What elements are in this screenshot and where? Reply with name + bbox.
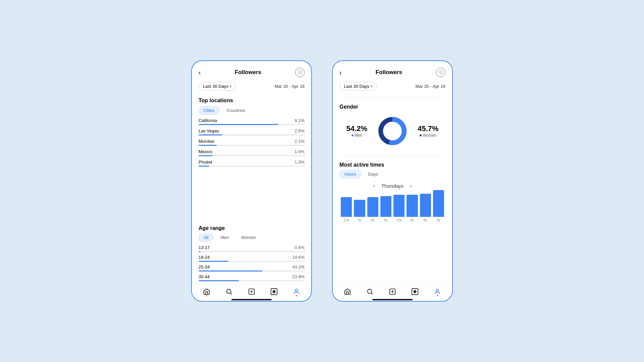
bar-time-label: 6a bbox=[371, 218, 375, 222]
nav-reels[interactable] bbox=[270, 288, 278, 296]
list-item: Mexico 1.6% bbox=[199, 149, 305, 156]
age-range-title: Age range bbox=[199, 225, 305, 233]
bar-fill bbox=[199, 155, 212, 156]
right-date-row: Last 30 Days ▾ Mar 20 - Apr 18 bbox=[333, 80, 452, 95]
search-icon bbox=[366, 288, 374, 296]
reels-icon bbox=[270, 288, 278, 296]
home-indicator bbox=[372, 299, 413, 300]
age-label: 13-17 bbox=[199, 245, 210, 250]
top-locations-title: Top locations bbox=[192, 95, 311, 106]
bar-col: 9p bbox=[433, 190, 444, 222]
nav-home[interactable] bbox=[343, 288, 352, 296]
chart-bar bbox=[341, 197, 352, 217]
chart-bar bbox=[407, 195, 418, 217]
most-active-section: Most active times Hours Days ‹ Thursdays… bbox=[333, 159, 452, 225]
nav-search[interactable] bbox=[366, 288, 374, 296]
nav-reels[interactable] bbox=[411, 288, 419, 296]
bar-col: 12a bbox=[341, 197, 352, 222]
prev-day-button[interactable]: ‹ bbox=[373, 183, 375, 189]
svg-point-0 bbox=[226, 289, 231, 294]
bar-track bbox=[199, 166, 305, 167]
men-label: Men bbox=[346, 133, 367, 138]
right-back-button[interactable]: ‹ bbox=[339, 69, 342, 76]
svg-line-1 bbox=[230, 293, 232, 294]
nav-search[interactable] bbox=[225, 288, 233, 296]
age-label: 35-44 bbox=[199, 274, 210, 279]
bar-track bbox=[199, 270, 305, 272]
tab-hours[interactable]: Hours bbox=[339, 170, 361, 178]
bar-fill bbox=[199, 145, 217, 146]
bar-time-label: 12a bbox=[343, 218, 349, 222]
left-page-title: Followers bbox=[235, 69, 261, 76]
nav-profile[interactable] bbox=[292, 288, 301, 296]
location-pct: 1.6% bbox=[294, 149, 305, 154]
nav-create[interactable] bbox=[388, 288, 396, 296]
bar-fill bbox=[199, 124, 278, 125]
chart-bar bbox=[433, 190, 444, 217]
nav-dot bbox=[437, 295, 438, 296]
home-icon bbox=[203, 288, 211, 296]
right-info-button[interactable]: ⓘ bbox=[436, 68, 445, 77]
bar-time-label: 3p bbox=[410, 218, 414, 222]
tab-women[interactable]: Women bbox=[236, 233, 261, 242]
tab-countries[interactable]: Countries bbox=[222, 106, 251, 115]
right-phone: ‹ Followers ⓘ Last 30 Days ▾ Mar 20 - Ap… bbox=[332, 60, 453, 302]
men-percentage: 54.2% bbox=[346, 124, 367, 133]
bar-track bbox=[199, 134, 305, 135]
tab-men[interactable]: Men bbox=[215, 233, 234, 242]
tab-days[interactable]: Days bbox=[363, 170, 383, 178]
bar-col: 9a bbox=[380, 196, 391, 222]
left-date-row: Last 30 Days ▾ Mar 20 - Apr 18 bbox=[192, 80, 311, 95]
location-name: California bbox=[199, 118, 217, 123]
nav-home[interactable] bbox=[203, 288, 211, 296]
bar-track bbox=[199, 124, 305, 125]
list-item: Phuket 1.3% bbox=[199, 160, 305, 167]
search-icon bbox=[225, 288, 233, 296]
left-date-filter-button[interactable]: Last 30 Days ▾ bbox=[199, 82, 236, 91]
right-date-filter-label: Last 30 Days bbox=[344, 84, 369, 89]
bar-track bbox=[199, 155, 305, 156]
chevron-down-icon: ▾ bbox=[230, 84, 231, 88]
left-back-button[interactable]: ‹ bbox=[199, 69, 201, 76]
bar-time-label: 9a bbox=[384, 218, 388, 222]
list-item: 35-44 23.9% bbox=[199, 274, 305, 281]
chart-bar bbox=[354, 200, 365, 217]
current-day: Thursdays bbox=[381, 183, 403, 189]
left-info-button[interactable]: ⓘ bbox=[295, 68, 305, 77]
tab-cities[interactable]: Cities bbox=[199, 106, 220, 115]
left-header: ‹ Followers ⓘ bbox=[192, 61, 311, 80]
bar-fill bbox=[199, 251, 201, 252]
chart-bar bbox=[367, 197, 378, 217]
left-phone: ‹ Followers ⓘ Last 30 Days ▾ Mar 20 - Ap… bbox=[191, 60, 312, 302]
svg-point-8 bbox=[296, 289, 298, 292]
chart-bar bbox=[380, 196, 391, 217]
gender-title: Gender bbox=[339, 104, 445, 113]
tab-all[interactable]: All bbox=[199, 233, 213, 242]
right-page-title: Followers bbox=[376, 69, 402, 76]
age-section: Age range All Men Women 13-17 0.6% 18-24 bbox=[192, 222, 311, 284]
location-name: Las Vegas bbox=[199, 128, 219, 133]
profile-icon bbox=[292, 288, 301, 296]
location-name: Mexico bbox=[199, 149, 212, 154]
next-day-button[interactable]: › bbox=[410, 183, 412, 189]
age-pct: 0.6% bbox=[294, 245, 305, 250]
home-indicator bbox=[231, 299, 272, 300]
gender-section: Gender 54.2% Men bbox=[333, 101, 452, 153]
location-list: California 9.1% Las Vegas 2.8% Mumbai bbox=[192, 118, 311, 222]
donut-chart bbox=[377, 116, 408, 146]
divider bbox=[339, 156, 445, 156]
bar-time-label: 3a bbox=[358, 218, 361, 222]
location-pct: 9.1% bbox=[294, 118, 305, 123]
left-date-filter-label: Last 30 Days bbox=[203, 84, 228, 89]
list-item: 18-24 14.6% bbox=[199, 255, 305, 262]
right-header: ‹ Followers ⓘ bbox=[333, 61, 452, 80]
men-stat: 54.2% Men bbox=[346, 124, 367, 138]
location-name: Mumbai bbox=[199, 139, 214, 144]
day-navigator: ‹ Thursdays › bbox=[339, 180, 445, 192]
nav-profile[interactable] bbox=[433, 288, 441, 296]
chart-bar bbox=[420, 194, 431, 217]
nav-create[interactable] bbox=[248, 288, 256, 296]
right-date-filter-button[interactable]: Last 30 Days ▾ bbox=[339, 82, 377, 91]
bar-track bbox=[199, 145, 305, 146]
create-icon bbox=[388, 288, 396, 296]
